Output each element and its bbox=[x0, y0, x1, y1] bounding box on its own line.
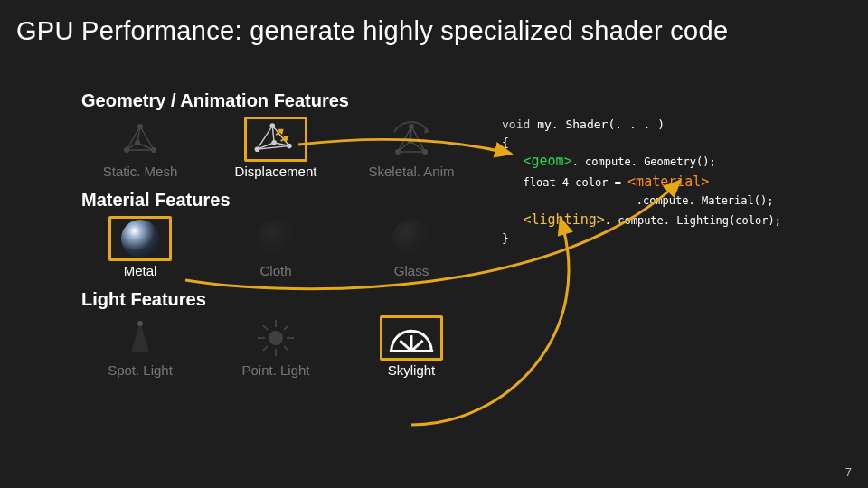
page-number: 7 bbox=[845, 465, 852, 479]
svg-marker-17 bbox=[131, 322, 149, 352]
spot-light-icon bbox=[108, 315, 172, 361]
svg-point-0 bbox=[124, 147, 129, 153]
shader-code: void my. Shader(. . . ) { <geom>. comput… bbox=[502, 116, 781, 248]
code-assign: color = bbox=[575, 176, 627, 189]
code-material-tag: <material> bbox=[627, 174, 709, 190]
skeletal-anim-icon bbox=[380, 117, 443, 162]
code-brace-close: } bbox=[502, 231, 509, 245]
code-brace-open: { bbox=[502, 136, 509, 149]
item-displacement: Displacement bbox=[217, 117, 335, 179]
svg-point-14 bbox=[422, 149, 428, 155]
code-geom-call: . compute. Geometry(); bbox=[572, 155, 716, 168]
code-sig: my. Shader(. . . ) bbox=[530, 117, 665, 131]
displacement-label: Displacement bbox=[235, 164, 317, 179]
code-lighting-call: . compute. Lighting(color); bbox=[605, 214, 781, 227]
code-lighting-tag: <lighting> bbox=[523, 211, 604, 228]
point-light-label: Point. Light bbox=[241, 362, 309, 378]
svg-point-12 bbox=[395, 149, 401, 155]
svg-point-1 bbox=[137, 124, 143, 129]
item-point-light: Point. Light bbox=[217, 315, 335, 378]
svg-point-5 bbox=[269, 123, 275, 128]
cloth-label: Cloth bbox=[259, 263, 291, 278]
item-cloth: Cloth bbox=[217, 216, 335, 278]
code-geom-tag: <geom> bbox=[523, 153, 571, 169]
svg-line-27 bbox=[284, 325, 288, 330]
svg-point-6 bbox=[287, 144, 292, 149]
item-skeletal-anim: Skeletal. Anim bbox=[353, 117, 470, 179]
metal-icon bbox=[108, 216, 172, 261]
skylight-label: Skylight bbox=[388, 362, 436, 378]
svg-line-26 bbox=[263, 346, 268, 351]
light-heading: Light Features bbox=[81, 289, 823, 310]
light-row: Spot. Light Poi bbox=[81, 315, 823, 378]
svg-line-24 bbox=[263, 325, 268, 330]
item-glass: Glass bbox=[353, 216, 470, 278]
code-kw-void: void bbox=[502, 117, 530, 131]
displacement-icon bbox=[244, 117, 307, 162]
cloth-icon bbox=[244, 216, 307, 261]
code-material-call: .compute. Material(); bbox=[637, 194, 774, 207]
item-metal: Metal bbox=[81, 216, 199, 278]
metal-label: Metal bbox=[124, 263, 157, 278]
skylight-icon bbox=[380, 315, 443, 361]
svg-line-30 bbox=[400, 341, 411, 352]
svg-point-2 bbox=[151, 147, 156, 153]
code-float4: float 4 bbox=[523, 176, 575, 189]
svg-point-7 bbox=[271, 140, 277, 145]
svg-point-3 bbox=[135, 140, 140, 145]
point-light-icon bbox=[244, 315, 307, 361]
slide-title: GPU Performance: generate highly special… bbox=[0, 0, 855, 52]
item-skylight: Skylight bbox=[353, 315, 470, 378]
svg-point-19 bbox=[269, 331, 283, 345]
svg-line-31 bbox=[411, 341, 423, 352]
svg-line-25 bbox=[284, 346, 288, 351]
svg-point-13 bbox=[409, 124, 414, 129]
svg-point-15 bbox=[408, 138, 413, 144]
static-mesh-label: Static. Mesh bbox=[103, 164, 178, 179]
static-mesh-icon bbox=[108, 117, 172, 162]
item-static-mesh: Static. Mesh bbox=[81, 117, 199, 179]
glass-icon bbox=[380, 216, 443, 261]
spot-light-label: Spot. Light bbox=[108, 362, 173, 378]
glass-label: Glass bbox=[394, 263, 429, 278]
skeletal-anim-label: Skeletal. Anim bbox=[368, 164, 454, 179]
geometry-heading: Geometry / Animation Features bbox=[81, 90, 823, 111]
item-spot-light: Spot. Light bbox=[81, 315, 199, 378]
svg-point-18 bbox=[137, 321, 143, 326]
svg-point-4 bbox=[255, 146, 260, 152]
